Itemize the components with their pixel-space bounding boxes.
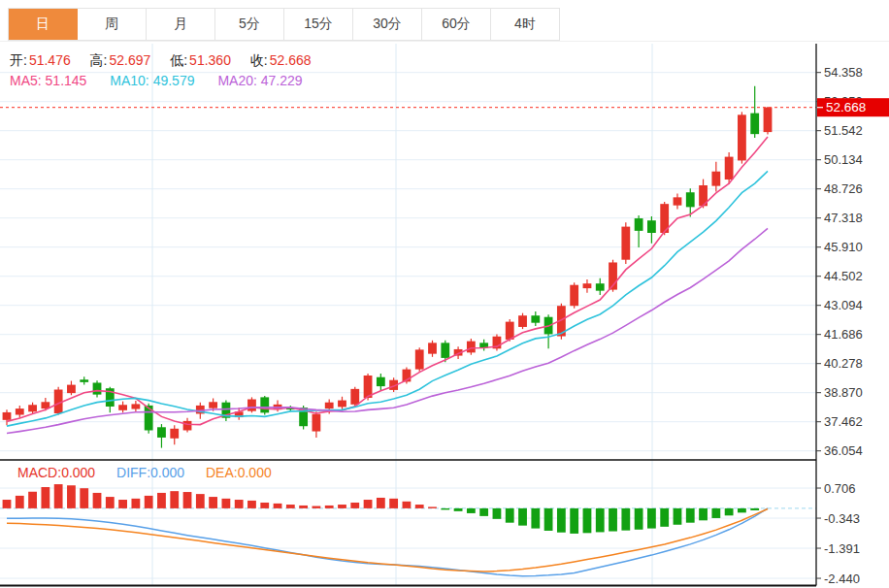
tab-period-3[interactable]: 月	[147, 9, 215, 40]
price-tick-label: 47.318	[824, 211, 863, 225]
macd-hist-bar	[16, 496, 24, 508]
price-tick-label: 36.054	[824, 443, 863, 458]
candle-body	[28, 405, 37, 411]
macd-hist-bar	[725, 508, 734, 515]
macd-hist-bar	[596, 508, 605, 533]
macd-hist-bar	[609, 508, 617, 532]
macd-hist-bar	[647, 508, 656, 529]
ma5-line	[7, 137, 768, 425]
candle-body	[377, 377, 385, 386]
candle-body	[518, 315, 527, 327]
candle-body	[570, 285, 578, 307]
macd-hist-bar	[467, 508, 476, 513]
macd-hist-bar	[441, 508, 449, 509]
ma-legend: MA5: 51.145 MA10: 49.579 MA20: 47.229	[10, 73, 322, 88]
candle-body	[738, 114, 746, 160]
candle-body	[260, 397, 269, 412]
macd-hist-bar	[377, 498, 385, 508]
macd-hist-bar	[80, 488, 88, 508]
tab-period-6[interactable]: 30分	[353, 9, 422, 40]
open-label: 开:	[10, 52, 27, 68]
candle-body	[16, 408, 24, 414]
candle-body	[583, 283, 592, 288]
macd-hist-bar	[325, 506, 334, 508]
candle-body	[325, 403, 334, 408]
candle-body	[157, 427, 166, 438]
macd-hist-bar	[428, 506, 437, 507]
ma20-value: 47.229	[261, 73, 303, 88]
macd-hist-bar	[506, 508, 514, 523]
macd-hist-bar	[247, 501, 256, 508]
macd-hist-bar	[674, 508, 682, 525]
candle-body	[170, 429, 179, 439]
period-tab-bar: 日周月5分15分30分60分4时	[8, 8, 560, 41]
tab-period-1[interactable]: 日	[9, 9, 78, 40]
price-tick-label: 48.726	[824, 181, 863, 196]
high-value: 52.697	[110, 52, 151, 68]
candle-body	[596, 283, 605, 290]
macd-hist-bar	[479, 508, 488, 516]
high-label: 高:	[90, 52, 108, 68]
candle-body	[3, 412, 12, 420]
ma10-label: MA10:	[110, 73, 148, 88]
macd-hist-bar	[118, 500, 127, 508]
candle-body	[350, 389, 359, 405]
macd-hist-bar	[67, 485, 76, 508]
macd-hist-bar	[170, 491, 179, 508]
candle-body	[118, 405, 127, 410]
price-tick-label: 41.686	[824, 327, 863, 342]
tab-period-7[interactable]: 60分	[422, 9, 491, 40]
macd-hist-bar	[54, 484, 63, 508]
macd-hist-bar	[544, 508, 553, 531]
macd-hist-bar	[183, 492, 192, 508]
macd-value: 0.000	[61, 465, 95, 480]
candle-body	[80, 379, 88, 382]
tabbar-divider	[0, 41, 889, 42]
low-label: 低:	[170, 52, 187, 68]
macd-tick-label: -2.440	[824, 572, 860, 586]
candle-body	[531, 315, 540, 322]
close-label: 收:	[250, 52, 268, 68]
candle-body	[467, 342, 476, 353]
macd-hist-bar	[635, 508, 643, 530]
candle-body	[247, 400, 256, 411]
macd-hist-bar	[131, 499, 140, 508]
candle-body	[338, 401, 346, 408]
macd-hist-bar	[260, 503, 269, 508]
tab-period-4[interactable]: 5分	[215, 9, 284, 40]
macd-hist-bar	[570, 508, 578, 534]
diff-label: DIFF:	[116, 465, 150, 480]
macd-label: MACD:	[17, 465, 61, 480]
ohlc-legend: 开:51.476 高:52.697 低:51.360 收:52.668	[10, 52, 327, 70]
candle-body	[635, 218, 643, 231]
macd-hist-bar	[583, 508, 592, 533]
macd-hist-bar	[686, 508, 695, 523]
tab-period-5[interactable]: 15分	[284, 9, 353, 40]
candle-body	[621, 227, 630, 260]
macd-hist-bar	[711, 508, 720, 518]
tab-period-8[interactable]: 4时	[491, 9, 560, 40]
macd-hist-bar	[157, 493, 166, 508]
price-tick-label: 44.502	[824, 269, 863, 283]
macd-hist-bar	[235, 500, 244, 508]
open-value: 51.476	[29, 52, 71, 68]
price-tick-label: 45.910	[824, 240, 863, 254]
candle-body	[674, 197, 682, 205]
macd-tick-label: -0.343	[824, 511, 860, 526]
candle-body	[764, 108, 773, 132]
candle-body	[131, 404, 140, 408]
macd-hist-bar	[106, 497, 115, 508]
ma10-value: 49.579	[153, 73, 195, 88]
macd-hist-bar	[209, 497, 217, 508]
kline-chart-page: { "tabs": { "items": [ {"label": "日", "a…	[0, 0, 889, 588]
macd-hist-bar	[274, 504, 282, 508]
macd-hist-bar	[93, 493, 102, 508]
macd-hist-bar	[299, 506, 308, 508]
candle-body	[183, 421, 192, 431]
macd-hist-bar	[41, 487, 49, 508]
price-tick-label: 43.094	[824, 298, 863, 312]
dea-label: DEA:	[206, 465, 238, 480]
price-tick-label: 37.462	[824, 414, 863, 429]
tab-period-2[interactable]: 周	[78, 9, 147, 40]
macd-hist-bar	[286, 505, 295, 508]
